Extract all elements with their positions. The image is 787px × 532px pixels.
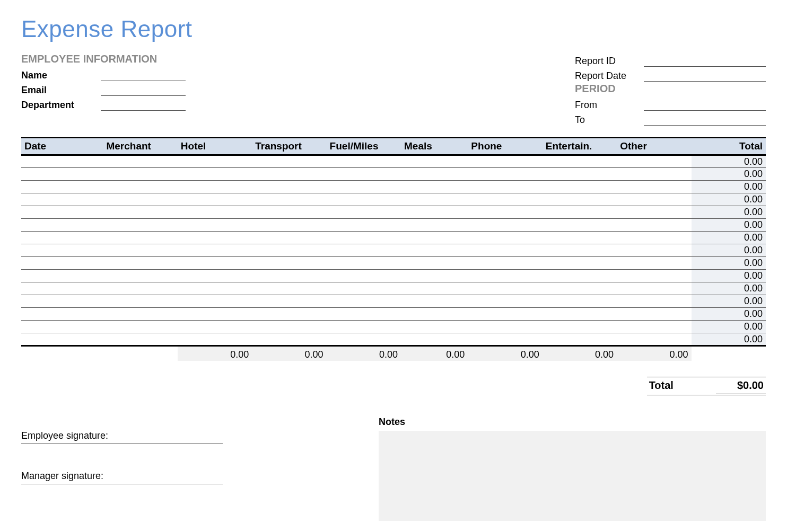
cell-transport[interactable] xyxy=(252,232,326,244)
cell-meals[interactable] xyxy=(401,168,468,181)
to-input[interactable] xyxy=(644,114,766,126)
cell-entertain[interactable] xyxy=(543,232,617,244)
cell-hotel[interactable] xyxy=(178,206,252,219)
cell-transport[interactable] xyxy=(252,321,326,333)
notes-input[interactable] xyxy=(379,431,766,521)
cell-meals[interactable] xyxy=(401,270,468,282)
cell-transport[interactable] xyxy=(252,257,326,270)
cell-transport[interactable] xyxy=(252,282,326,295)
cell-phone[interactable] xyxy=(468,206,542,219)
cell-transport[interactable] xyxy=(252,219,326,232)
cell-fuel[interactable] xyxy=(327,257,401,270)
cell-entertain[interactable] xyxy=(543,308,617,321)
cell-other[interactable] xyxy=(617,232,691,244)
cell-other[interactable] xyxy=(617,321,691,333)
cell-phone[interactable] xyxy=(468,257,542,270)
department-input[interactable] xyxy=(101,99,186,111)
cell-date[interactable] xyxy=(21,282,103,295)
cell-merchant[interactable] xyxy=(103,206,177,219)
cell-fuel[interactable] xyxy=(327,168,401,181)
cell-date[interactable] xyxy=(21,308,103,321)
cell-phone[interactable] xyxy=(468,155,542,168)
cell-date[interactable] xyxy=(21,206,103,219)
cell-merchant[interactable] xyxy=(103,282,177,295)
cell-merchant[interactable] xyxy=(103,308,177,321)
cell-hotel[interactable] xyxy=(178,219,252,232)
cell-phone[interactable] xyxy=(468,168,542,181)
cell-fuel[interactable] xyxy=(327,219,401,232)
cell-entertain[interactable] xyxy=(543,206,617,219)
cell-entertain[interactable] xyxy=(543,295,617,308)
cell-other[interactable] xyxy=(617,181,691,193)
cell-date[interactable] xyxy=(21,244,103,257)
cell-other[interactable] xyxy=(617,219,691,232)
cell-phone[interactable] xyxy=(468,232,542,244)
cell-date[interactable] xyxy=(21,155,103,168)
cell-merchant[interactable] xyxy=(103,181,177,193)
cell-fuel[interactable] xyxy=(327,282,401,295)
cell-date[interactable] xyxy=(21,168,103,181)
cell-phone[interactable] xyxy=(468,244,542,257)
cell-hotel[interactable] xyxy=(178,282,252,295)
cell-date[interactable] xyxy=(21,333,103,346)
cell-meals[interactable] xyxy=(401,282,468,295)
cell-entertain[interactable] xyxy=(543,333,617,346)
from-input[interactable] xyxy=(644,99,766,111)
cell-meals[interactable] xyxy=(401,219,468,232)
employee-signature-line[interactable]: Employee signature: xyxy=(21,430,223,444)
cell-meals[interactable] xyxy=(401,181,468,193)
cell-date[interactable] xyxy=(21,219,103,232)
cell-hotel[interactable] xyxy=(178,181,252,193)
cell-transport[interactable] xyxy=(252,295,326,308)
cell-merchant[interactable] xyxy=(103,219,177,232)
cell-meals[interactable] xyxy=(401,333,468,346)
cell-fuel[interactable] xyxy=(327,321,401,333)
cell-other[interactable] xyxy=(617,155,691,168)
cell-hotel[interactable] xyxy=(178,270,252,282)
email-input[interactable] xyxy=(101,84,186,96)
cell-merchant[interactable] xyxy=(103,295,177,308)
cell-entertain[interactable] xyxy=(543,155,617,168)
cell-fuel[interactable] xyxy=(327,295,401,308)
cell-transport[interactable] xyxy=(252,168,326,181)
cell-other[interactable] xyxy=(617,193,691,206)
cell-merchant[interactable] xyxy=(103,193,177,206)
cell-meals[interactable] xyxy=(401,244,468,257)
cell-phone[interactable] xyxy=(468,308,542,321)
report-id-input[interactable] xyxy=(644,55,766,67)
cell-date[interactable] xyxy=(21,321,103,333)
cell-fuel[interactable] xyxy=(327,270,401,282)
cell-date[interactable] xyxy=(21,193,103,206)
cell-merchant[interactable] xyxy=(103,244,177,257)
cell-fuel[interactable] xyxy=(327,232,401,244)
cell-transport[interactable] xyxy=(252,308,326,321)
cell-entertain[interactable] xyxy=(543,282,617,295)
cell-phone[interactable] xyxy=(468,219,542,232)
cell-other[interactable] xyxy=(617,206,691,219)
cell-merchant[interactable] xyxy=(103,168,177,181)
cell-meals[interactable] xyxy=(401,206,468,219)
cell-other[interactable] xyxy=(617,333,691,346)
cell-other[interactable] xyxy=(617,257,691,270)
cell-fuel[interactable] xyxy=(327,244,401,257)
cell-entertain[interactable] xyxy=(543,219,617,232)
cell-merchant[interactable] xyxy=(103,257,177,270)
cell-entertain[interactable] xyxy=(543,193,617,206)
cell-merchant[interactable] xyxy=(103,232,177,244)
cell-merchant[interactable] xyxy=(103,155,177,168)
cell-transport[interactable] xyxy=(252,206,326,219)
cell-hotel[interactable] xyxy=(178,333,252,346)
cell-hotel[interactable] xyxy=(178,295,252,308)
cell-fuel[interactable] xyxy=(327,181,401,193)
cell-meals[interactable] xyxy=(401,193,468,206)
cell-phone[interactable] xyxy=(468,295,542,308)
cell-other[interactable] xyxy=(617,168,691,181)
cell-phone[interactable] xyxy=(468,321,542,333)
cell-other[interactable] xyxy=(617,270,691,282)
cell-date[interactable] xyxy=(21,257,103,270)
cell-meals[interactable] xyxy=(401,155,468,168)
cell-entertain[interactable] xyxy=(543,244,617,257)
cell-fuel[interactable] xyxy=(327,193,401,206)
cell-entertain[interactable] xyxy=(543,168,617,181)
cell-phone[interactable] xyxy=(468,282,542,295)
